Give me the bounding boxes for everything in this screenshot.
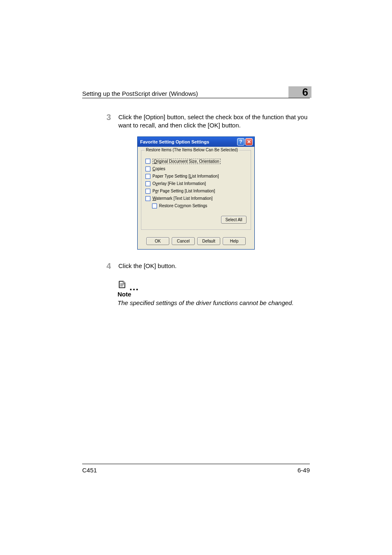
checkbox-icon[interactable] xyxy=(145,196,150,201)
footer-model: C451 xyxy=(82,467,97,474)
help-button[interactable]: Help xyxy=(223,237,246,245)
select-all-button[interactable]: Select All xyxy=(221,216,247,224)
step-3: 3 Click the [Option] button, select the … xyxy=(82,113,310,130)
note-dots: … xyxy=(129,285,141,289)
checkbox-icon[interactable] xyxy=(145,166,150,171)
ok-button[interactable]: OK xyxy=(146,237,169,245)
checkbox-watermark[interactable]: Watermark [Text List Information] xyxy=(145,196,247,201)
note-icon xyxy=(118,280,127,289)
step-text: Click the [OK] button. xyxy=(118,262,310,270)
checkbox-label: Per Page Setting [List Information] xyxy=(152,189,215,193)
option-settings-dialog: Favorite Setting Option Settings ? ✕ Res… xyxy=(137,136,255,250)
note-block: … Note The specified settings of the dri… xyxy=(118,280,310,306)
cancel-button[interactable]: Cancel xyxy=(172,237,195,245)
checkbox-label: Paper Type Setting [List Information] xyxy=(152,174,219,178)
close-icon[interactable]: ✕ xyxy=(245,138,253,146)
group-legend: Restore Items (The Items Below Can Be Se… xyxy=(145,148,239,152)
help-icon[interactable]: ? xyxy=(237,138,244,146)
checkbox-icon[interactable] xyxy=(145,174,150,179)
checkbox-overlay[interactable]: Overlay [File List Information] xyxy=(145,181,247,186)
dialog-title: Favorite Setting Option Settings xyxy=(140,139,209,144)
section-title: Setting up the PostScript driver (Window… xyxy=(82,90,198,97)
step-4: 4 Click the [OK] button. xyxy=(82,262,310,270)
note-text: The specified settings of the driver fun… xyxy=(118,299,310,306)
checkbox-per-page[interactable]: Per Page Setting [List Information] xyxy=(145,189,247,194)
checkbox-icon[interactable] xyxy=(145,181,150,186)
checkbox-label: Watermark [Text List Information] xyxy=(152,196,212,201)
step-number: 3 xyxy=(102,113,118,130)
checkbox-label: Restore Common Settings xyxy=(159,204,207,208)
footer-page: 6-49 xyxy=(297,467,310,474)
dialog-titlebar: Favorite Setting Option Settings ? ✕ xyxy=(138,137,254,147)
page-header: Setting up the PostScript driver (Window… xyxy=(82,86,310,98)
page-footer: C451 6-49 xyxy=(82,464,310,474)
restore-items-group: Restore Items (The Items Below Can Be Se… xyxy=(141,150,251,230)
default-button[interactable]: Default xyxy=(197,237,220,245)
checkbox-icon[interactable] xyxy=(145,189,150,194)
step-number: 4 xyxy=(102,262,118,270)
step-text: Click the [Option] button, select the ch… xyxy=(118,113,310,130)
chapter-number: 6 xyxy=(288,86,311,98)
checkbox-icon[interactable] xyxy=(152,204,157,208)
checkbox-icon[interactable] xyxy=(145,159,150,164)
checkbox-label: Original Document Size, Orientation xyxy=(152,159,221,164)
checkbox-label: Copies xyxy=(152,166,165,171)
checkbox-paper-type[interactable]: Paper Type Setting [List Information] xyxy=(145,174,247,179)
note-label: Note xyxy=(118,291,310,298)
checkbox-restore-common[interactable]: Restore Common Settings xyxy=(152,204,247,208)
checkbox-copies[interactable]: Copies xyxy=(145,166,247,171)
checkbox-original-size[interactable]: Original Document Size, Orientation xyxy=(145,159,247,164)
checkbox-label: Overlay [File List Information] xyxy=(152,181,206,186)
